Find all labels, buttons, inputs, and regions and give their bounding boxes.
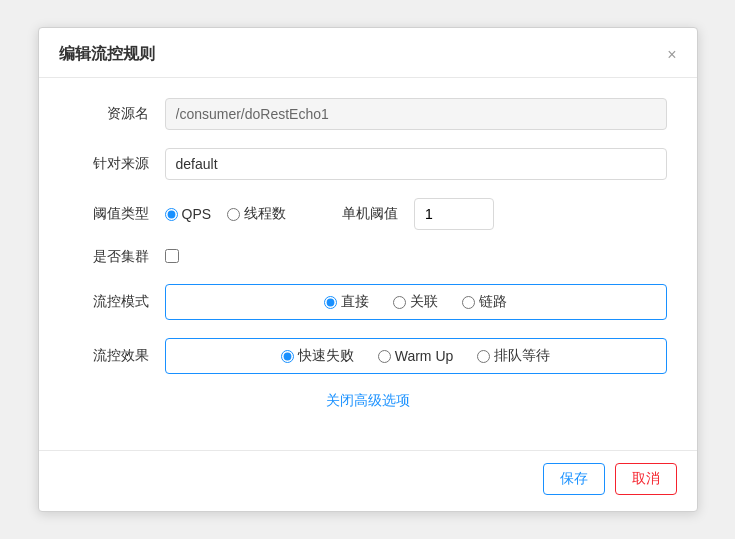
flow-mode-direct-label: 直接 [341,293,369,311]
advanced-options-link[interactable]: 关闭高级选项 [69,392,667,410]
flow-effect-wrap: 快速失败 Warm Up 排队等待 [165,338,667,374]
flow-mode-relate-option[interactable]: 关联 [393,293,438,311]
flow-effect-radio-group: 快速失败 Warm Up 排队等待 [165,338,667,374]
source-label: 针对来源 [69,155,149,173]
source-input[interactable] [165,148,667,180]
resource-name-input[interactable] [165,98,667,130]
threshold-type-row: 阈值类型 QPS 线程数 单机阈值 [69,198,667,230]
source-row: 针对来源 [69,148,667,180]
flow-mode-chain-option[interactable]: 链路 [462,293,507,311]
flow-mode-direct-radio[interactable] [324,296,337,309]
threshold-qps-option[interactable]: QPS [165,206,212,222]
threshold-qps-label: QPS [182,206,212,222]
flow-effect-fast-fail-radio[interactable] [281,350,294,363]
cluster-label: 是否集群 [69,248,149,266]
flow-effect-fast-fail-label: 快速失败 [298,347,354,365]
threshold-type-label: 阈值类型 [69,205,149,223]
dialog-title: 编辑流控规则 [59,44,155,65]
dialog-body: 资源名 针对来源 阈值类型 QPS [39,78,697,450]
flow-mode-label: 流控模式 [69,293,149,311]
close-button[interactable]: × [667,47,676,63]
flow-effect-label: 流控效果 [69,347,149,365]
flow-mode-radio-group: 直接 关联 链路 [165,284,667,320]
threshold-type-radio-group: QPS 线程数 [165,205,287,223]
flow-effect-queue-label: 排队等待 [494,347,550,365]
edit-flow-rule-dialog: 编辑流控规则 × 资源名 针对来源 阈值类型 [38,27,698,512]
resource-name-input-wrap [165,98,667,130]
threshold-type-wrap: QPS 线程数 单机阈值 [165,198,667,230]
dialog-header: 编辑流控规则 × [39,28,697,78]
threshold-thread-option[interactable]: 线程数 [227,205,286,223]
cluster-row: 是否集群 [69,248,667,266]
cluster-checkbox[interactable] [165,249,179,263]
flow-mode-chain-label: 链路 [479,293,507,311]
single-threshold-input[interactable] [414,198,494,230]
save-button[interactable]: 保存 [543,463,605,495]
flow-effect-fast-fail-option[interactable]: 快速失败 [281,347,354,365]
flow-effect-queue-radio[interactable] [477,350,490,363]
flow-effect-warm-up-label: Warm Up [395,348,454,364]
flow-mode-relate-radio[interactable] [393,296,406,309]
flow-mode-row: 流控模式 直接 关联 链路 [69,284,667,320]
resource-name-label: 资源名 [69,105,149,123]
resource-name-row: 资源名 [69,98,667,130]
threshold-type-and-value: QPS 线程数 单机阈值 [165,198,667,230]
flow-effect-row: 流控效果 快速失败 Warm Up 排队等待 [69,338,667,374]
flow-mode-relate-label: 关联 [410,293,438,311]
dialog-footer: 保存 取消 [39,450,697,511]
threshold-thread-label: 线程数 [244,205,286,223]
cluster-checkbox-wrap [165,249,667,266]
threshold-qps-radio[interactable] [165,208,178,221]
flow-mode-chain-radio[interactable] [462,296,475,309]
flow-effect-warm-up-radio[interactable] [378,350,391,363]
single-threshold-label: 单机阈值 [342,205,398,223]
flow-effect-queue-option[interactable]: 排队等待 [477,347,550,365]
cancel-button[interactable]: 取消 [615,463,677,495]
flow-mode-direct-option[interactable]: 直接 [324,293,369,311]
threshold-thread-radio[interactable] [227,208,240,221]
source-input-wrap [165,148,667,180]
flow-effect-warm-up-option[interactable]: Warm Up [378,348,454,364]
flow-mode-wrap: 直接 关联 链路 [165,284,667,320]
